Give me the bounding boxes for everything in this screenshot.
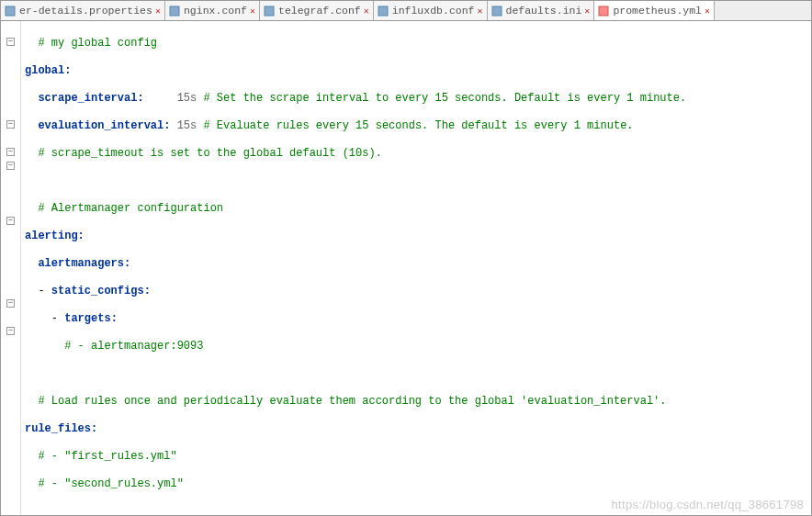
close-icon[interactable]: ✕ (250, 6, 255, 17)
tab-file[interactable]: nginx.conf✕ (165, 1, 260, 20)
file-icon (491, 6, 502, 17)
yaml-key: alertmanagers (38, 257, 124, 270)
svg-rect-5 (599, 6, 608, 16)
tab-label: prometheus.yml (613, 5, 702, 17)
svg-rect-0 (6, 6, 15, 16)
file-icon (5, 6, 16, 17)
tab-label: telegraf.conf (278, 5, 361, 17)
yaml-key: rule_files (25, 422, 91, 435)
tab-file[interactable]: defaults.ini✕ (488, 1, 595, 20)
fold-gutter: − − − − − − − (1, 21, 21, 515)
tab-file[interactable]: influxdb.conf✕ (374, 1, 488, 20)
file-icon (598, 6, 609, 17)
code-comment: # - "second_rules.yml" (38, 477, 183, 490)
code-comment: # - "first_rules.yml" (38, 450, 176, 463)
code-comment: # Load rules once and periodically evalu… (38, 395, 666, 408)
fold-toggle[interactable]: − (6, 162, 15, 170)
code-comment: # my global config (38, 37, 157, 50)
fold-toggle[interactable]: − (6, 120, 15, 129)
svg-rect-3 (378, 6, 388, 16)
editor-area: − − − − − − − # my global config global:… (1, 21, 811, 515)
tab-label: er-details.properties (19, 5, 152, 17)
tab-label: nginx.conf (184, 5, 247, 17)
yaml-key: alerting (25, 230, 78, 242)
tab-file[interactable]: telegraf.conf✕ (260, 1, 374, 20)
close-icon[interactable]: ✕ (584, 6, 590, 17)
file-icon (169, 6, 180, 17)
svg-rect-1 (170, 6, 179, 16)
fold-toggle[interactable]: − (6, 148, 15, 156)
svg-rect-4 (492, 6, 502, 16)
fold-toggle[interactable]: − (6, 38, 15, 46)
yaml-key: static_configs (51, 285, 144, 297)
close-icon[interactable]: ✕ (705, 6, 710, 17)
code-editor[interactable]: # my global config global: scrape_interv… (21, 21, 811, 515)
file-icon (264, 6, 275, 17)
code-comment: # - alertmanager:9093 (64, 340, 203, 353)
watermark: https://blog.csdn.net/qq_38661798 (612, 498, 804, 511)
yaml-key: scrape_interval (38, 92, 137, 105)
fold-toggle[interactable]: − (6, 327, 15, 335)
close-icon[interactable]: ✕ (155, 6, 161, 17)
yaml-key: global (25, 64, 64, 77)
file-icon (378, 6, 389, 17)
close-icon[interactable]: ✕ (477, 6, 482, 17)
tab-file-active[interactable]: prometheus.yml✕ (594, 1, 715, 20)
close-icon[interactable]: ✕ (364, 6, 369, 17)
code-comment: # scrape_timeout is set to the global de… (38, 147, 381, 160)
yaml-key: targets (64, 312, 110, 325)
tab-file[interactable]: er-details.properties✕ (1, 1, 165, 20)
fold-toggle[interactable]: − (6, 217, 15, 225)
fold-toggle[interactable]: − (6, 299, 15, 308)
svg-rect-2 (265, 6, 274, 16)
tab-label: influxdb.conf (392, 5, 475, 17)
tab-label: defaults.ini (506, 5, 582, 17)
tab-bar: er-details.properties✕ nginx.conf✕ teleg… (1, 1, 811, 21)
code-comment: # Alertmanager configuration (38, 202, 223, 215)
yaml-key: evaluation_interval (38, 119, 164, 132)
